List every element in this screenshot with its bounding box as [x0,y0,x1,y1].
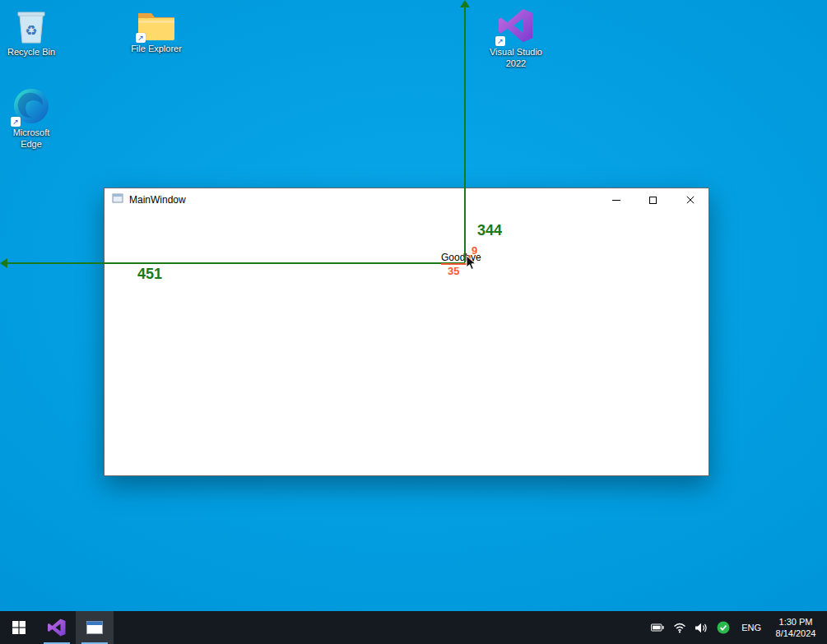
window-content: Goodbye [105,211,709,475]
desktop-icon-visual-studio[interactable]: ↗ Visual Studio 2022 [485,7,547,70]
window-controls [597,188,709,211]
desktop-icon-label: Recycle Bin [2,47,60,58]
up-arrowhead-icon [460,0,470,7]
clock[interactable]: 1:30 PM 8/14/2024 [773,616,819,639]
network-icon[interactable] [673,623,686,633]
window-icon [112,192,123,207]
battery-icon[interactable] [651,623,664,632]
visual-studio-icon [47,618,67,637]
clock-time: 1:30 PM [773,616,819,628]
title-bar[interactable]: MainWindow [105,188,709,211]
microsoft-edge-icon: ↗ [12,87,50,125]
language-indicator[interactable]: ENG [739,623,764,632]
taskbar-visual-studio-button[interactable] [38,611,76,644]
shortcut-arrow-icon: ↗ [495,36,505,46]
taskbar-mainwindow-app-button[interactable] [76,611,114,644]
desktop-icon-microsoft-edge[interactable]: ↗ Microsoft Edge [0,87,63,151]
desktop-icon-file-explorer[interactable]: ↗ File Explorer [125,10,188,55]
file-explorer-icon: ↗ [137,10,175,41]
close-button[interactable] [671,188,709,211]
clock-date: 8/14/2024 [773,628,819,639]
desktop-icon-label: File Explorer [128,44,185,55]
desktop-icon-label: Microsoft Edge [2,127,60,151]
desktop-icon-label: Visual Studio 2022 [487,47,545,70]
svg-text:♻: ♻ [25,23,37,39]
maximize-icon [649,197,657,204]
close-icon [686,196,695,204]
minimize-icon [612,200,620,201]
maximize-button[interactable] [634,188,671,211]
taskbar: ENG 1:30 PM 8/14/2024 [0,611,827,644]
recycle-bin-icon: ♻ [16,8,47,44]
desktop-icon-recycle-bin[interactable]: ♻ Recycle Bin [0,8,63,58]
system-tray: ENG 1:30 PM 8/14/2024 [651,611,827,644]
visual-studio-icon: ↗ [497,7,535,44]
windows-logo-icon [12,621,26,634]
window-title: MainWindow [129,194,186,206]
shortcut-arrow-icon: ↗ [136,33,146,43]
start-button[interactable] [0,611,38,644]
app-window-icon [86,621,103,634]
left-arrowhead-icon [0,258,7,268]
window-content-text: Goodbye [441,252,481,263]
security-check-icon[interactable] [717,621,730,634]
volume-icon[interactable] [695,623,708,633]
minimize-button[interactable] [597,188,634,211]
shortcut-arrow-icon: ↗ [11,117,21,127]
main-window: MainWindow Goodbye [104,188,709,476]
